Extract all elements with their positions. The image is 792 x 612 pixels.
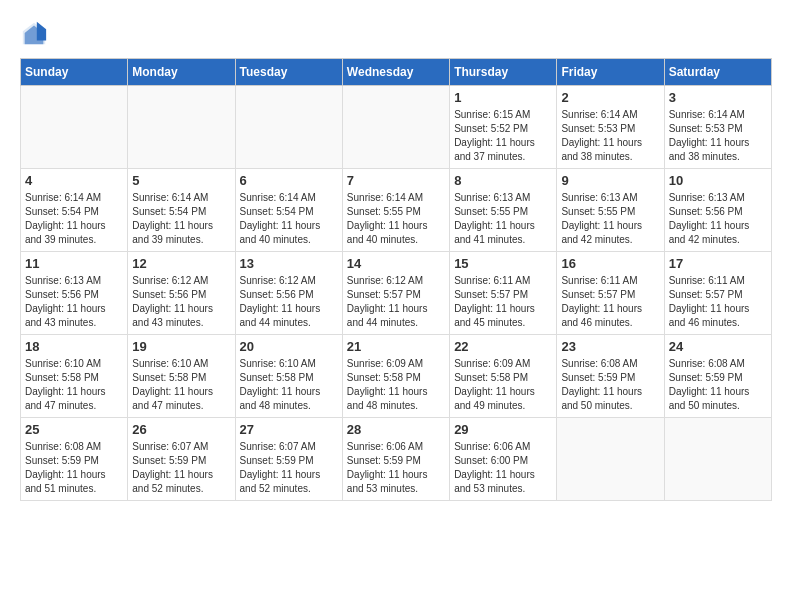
col-header-sunday: Sunday (21, 59, 128, 86)
calendar-cell: 11Sunrise: 6:13 AMSunset: 5:56 PMDayligh… (21, 252, 128, 335)
day-info: Sunrise: 6:09 AMSunset: 5:58 PMDaylight:… (454, 357, 552, 413)
day-info: Sunrise: 6:13 AMSunset: 5:56 PMDaylight:… (25, 274, 123, 330)
day-number: 1 (454, 90, 552, 105)
calendar-week-3: 11Sunrise: 6:13 AMSunset: 5:56 PMDayligh… (21, 252, 772, 335)
day-number: 23 (561, 339, 659, 354)
day-info: Sunrise: 6:10 AMSunset: 5:58 PMDaylight:… (25, 357, 123, 413)
day-number: 4 (25, 173, 123, 188)
col-header-thursday: Thursday (450, 59, 557, 86)
calendar-cell: 5Sunrise: 6:14 AMSunset: 5:54 PMDaylight… (128, 169, 235, 252)
calendar-cell (557, 418, 664, 501)
calendar-cell: 7Sunrise: 6:14 AMSunset: 5:55 PMDaylight… (342, 169, 449, 252)
day-number: 27 (240, 422, 338, 437)
calendar-cell: 15Sunrise: 6:11 AMSunset: 5:57 PMDayligh… (450, 252, 557, 335)
day-info: Sunrise: 6:07 AMSunset: 5:59 PMDaylight:… (240, 440, 338, 496)
day-info: Sunrise: 6:08 AMSunset: 5:59 PMDaylight:… (561, 357, 659, 413)
day-number: 10 (669, 173, 767, 188)
day-info: Sunrise: 6:08 AMSunset: 5:59 PMDaylight:… (669, 357, 767, 413)
day-number: 12 (132, 256, 230, 271)
day-number: 28 (347, 422, 445, 437)
calendar-cell: 4Sunrise: 6:14 AMSunset: 5:54 PMDaylight… (21, 169, 128, 252)
day-info: Sunrise: 6:14 AMSunset: 5:54 PMDaylight:… (240, 191, 338, 247)
day-number: 16 (561, 256, 659, 271)
calendar-table: SundayMondayTuesdayWednesdayThursdayFrid… (20, 58, 772, 501)
day-number: 15 (454, 256, 552, 271)
day-info: Sunrise: 6:09 AMSunset: 5:58 PMDaylight:… (347, 357, 445, 413)
day-info: Sunrise: 6:11 AMSunset: 5:57 PMDaylight:… (669, 274, 767, 330)
calendar-cell (128, 86, 235, 169)
day-info: Sunrise: 6:13 AMSunset: 5:56 PMDaylight:… (669, 191, 767, 247)
day-info: Sunrise: 6:14 AMSunset: 5:54 PMDaylight:… (25, 191, 123, 247)
day-number: 13 (240, 256, 338, 271)
day-info: Sunrise: 6:12 AMSunset: 5:57 PMDaylight:… (347, 274, 445, 330)
col-header-friday: Friday (557, 59, 664, 86)
calendar-cell: 27Sunrise: 6:07 AMSunset: 5:59 PMDayligh… (235, 418, 342, 501)
calendar-cell: 13Sunrise: 6:12 AMSunset: 5:56 PMDayligh… (235, 252, 342, 335)
day-info: Sunrise: 6:14 AMSunset: 5:53 PMDaylight:… (561, 108, 659, 164)
calendar-cell: 3Sunrise: 6:14 AMSunset: 5:53 PMDaylight… (664, 86, 771, 169)
day-number: 6 (240, 173, 338, 188)
day-info: Sunrise: 6:12 AMSunset: 5:56 PMDaylight:… (240, 274, 338, 330)
calendar-header-row: SundayMondayTuesdayWednesdayThursdayFrid… (21, 59, 772, 86)
calendar-cell: 9Sunrise: 6:13 AMSunset: 5:55 PMDaylight… (557, 169, 664, 252)
day-number: 29 (454, 422, 552, 437)
calendar-cell: 28Sunrise: 6:06 AMSunset: 5:59 PMDayligh… (342, 418, 449, 501)
day-number: 24 (669, 339, 767, 354)
day-info: Sunrise: 6:14 AMSunset: 5:54 PMDaylight:… (132, 191, 230, 247)
calendar-cell: 21Sunrise: 6:09 AMSunset: 5:58 PMDayligh… (342, 335, 449, 418)
calendar-cell: 14Sunrise: 6:12 AMSunset: 5:57 PMDayligh… (342, 252, 449, 335)
day-info: Sunrise: 6:10 AMSunset: 5:58 PMDaylight:… (240, 357, 338, 413)
day-info: Sunrise: 6:06 AMSunset: 5:59 PMDaylight:… (347, 440, 445, 496)
day-info: Sunrise: 6:12 AMSunset: 5:56 PMDaylight:… (132, 274, 230, 330)
day-number: 7 (347, 173, 445, 188)
logo (20, 20, 52, 48)
calendar-cell: 17Sunrise: 6:11 AMSunset: 5:57 PMDayligh… (664, 252, 771, 335)
calendar-week-1: 1Sunrise: 6:15 AMSunset: 5:52 PMDaylight… (21, 86, 772, 169)
day-number: 14 (347, 256, 445, 271)
col-header-saturday: Saturday (664, 59, 771, 86)
day-info: Sunrise: 6:13 AMSunset: 5:55 PMDaylight:… (454, 191, 552, 247)
calendar-cell (342, 86, 449, 169)
calendar-cell: 2Sunrise: 6:14 AMSunset: 5:53 PMDaylight… (557, 86, 664, 169)
day-info: Sunrise: 6:08 AMSunset: 5:59 PMDaylight:… (25, 440, 123, 496)
col-header-wednesday: Wednesday (342, 59, 449, 86)
calendar-cell: 10Sunrise: 6:13 AMSunset: 5:56 PMDayligh… (664, 169, 771, 252)
calendar-cell: 16Sunrise: 6:11 AMSunset: 5:57 PMDayligh… (557, 252, 664, 335)
day-number: 3 (669, 90, 767, 105)
day-number: 20 (240, 339, 338, 354)
day-number: 18 (25, 339, 123, 354)
day-number: 19 (132, 339, 230, 354)
day-info: Sunrise: 6:14 AMSunset: 5:55 PMDaylight:… (347, 191, 445, 247)
day-info: Sunrise: 6:11 AMSunset: 5:57 PMDaylight:… (561, 274, 659, 330)
day-info: Sunrise: 6:07 AMSunset: 5:59 PMDaylight:… (132, 440, 230, 496)
calendar-cell (235, 86, 342, 169)
calendar-cell: 20Sunrise: 6:10 AMSunset: 5:58 PMDayligh… (235, 335, 342, 418)
col-header-tuesday: Tuesday (235, 59, 342, 86)
calendar-cell: 26Sunrise: 6:07 AMSunset: 5:59 PMDayligh… (128, 418, 235, 501)
calendar-cell: 18Sunrise: 6:10 AMSunset: 5:58 PMDayligh… (21, 335, 128, 418)
day-info: Sunrise: 6:14 AMSunset: 5:53 PMDaylight:… (669, 108, 767, 164)
day-info: Sunrise: 6:06 AMSunset: 6:00 PMDaylight:… (454, 440, 552, 496)
day-info: Sunrise: 6:15 AMSunset: 5:52 PMDaylight:… (454, 108, 552, 164)
calendar-cell: 1Sunrise: 6:15 AMSunset: 5:52 PMDaylight… (450, 86, 557, 169)
day-info: Sunrise: 6:10 AMSunset: 5:58 PMDaylight:… (132, 357, 230, 413)
day-number: 22 (454, 339, 552, 354)
day-number: 17 (669, 256, 767, 271)
calendar-week-2: 4Sunrise: 6:14 AMSunset: 5:54 PMDaylight… (21, 169, 772, 252)
calendar-cell: 29Sunrise: 6:06 AMSunset: 6:00 PMDayligh… (450, 418, 557, 501)
calendar-cell (21, 86, 128, 169)
calendar-cell: 24Sunrise: 6:08 AMSunset: 5:59 PMDayligh… (664, 335, 771, 418)
calendar-cell: 6Sunrise: 6:14 AMSunset: 5:54 PMDaylight… (235, 169, 342, 252)
day-number: 25 (25, 422, 123, 437)
logo-icon (20, 20, 48, 48)
page-header (20, 20, 772, 48)
day-number: 26 (132, 422, 230, 437)
day-number: 8 (454, 173, 552, 188)
calendar-week-5: 25Sunrise: 6:08 AMSunset: 5:59 PMDayligh… (21, 418, 772, 501)
calendar-cell: 19Sunrise: 6:10 AMSunset: 5:58 PMDayligh… (128, 335, 235, 418)
day-info: Sunrise: 6:11 AMSunset: 5:57 PMDaylight:… (454, 274, 552, 330)
calendar-cell: 25Sunrise: 6:08 AMSunset: 5:59 PMDayligh… (21, 418, 128, 501)
day-number: 21 (347, 339, 445, 354)
day-number: 9 (561, 173, 659, 188)
calendar-week-4: 18Sunrise: 6:10 AMSunset: 5:58 PMDayligh… (21, 335, 772, 418)
